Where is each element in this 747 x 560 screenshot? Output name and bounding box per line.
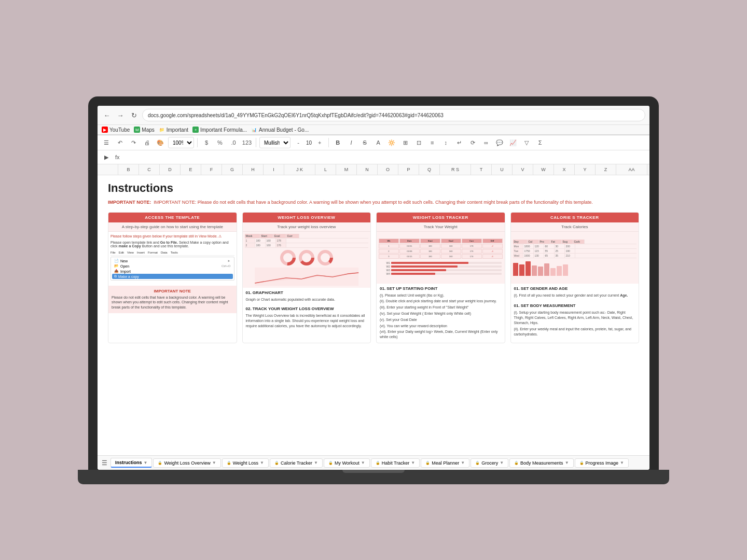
tracker-steps: (i). Please select Unit weight (lbs or K… bbox=[377, 292, 505, 343]
card-subheader-access: A step-by-step guide on how to start usi… bbox=[108, 222, 237, 232]
undo-button[interactable]: ↶ bbox=[114, 137, 126, 148]
col-f[interactable]: F bbox=[201, 164, 222, 175]
col-x[interactable]: X bbox=[554, 164, 575, 175]
percent-button[interactable]: % bbox=[214, 137, 226, 148]
address-field[interactable] bbox=[142, 109, 645, 121]
tab-mw-arrow: ▼ bbox=[361, 460, 365, 465]
font-size-decrease[interactable]: - bbox=[293, 137, 304, 148]
filter-button[interactable]: ▽ bbox=[521, 137, 532, 148]
menu-bar-mock: File Edit View Insert Format Data Tools bbox=[110, 250, 234, 256]
card-subheader-tracker: Track Your Weight bbox=[377, 222, 505, 232]
spreadsheet-content: Instructions IMPORTANT NOTE: IMPORTANT N… bbox=[98, 175, 649, 455]
tab-weight-loss[interactable]: 🔒 Weight Loss ▼ bbox=[222, 458, 269, 468]
tab-weight-loss-overview[interactable]: 🔒 Weight Loss Overview ▼ bbox=[153, 458, 220, 468]
tab-wlo-lock-icon: 🔒 bbox=[158, 461, 162, 465]
link-button[interactable]: ∞ bbox=[480, 137, 492, 148]
col-i[interactable]: I bbox=[264, 164, 284, 175]
copy-icon: ⧉ bbox=[114, 274, 117, 278]
col-p[interactable]: P bbox=[398, 164, 419, 175]
text-color-button[interactable]: A bbox=[372, 137, 384, 148]
tab-meal-planner[interactable]: 🔒 Meal Planner ▼ bbox=[421, 458, 469, 468]
card-header-overview: WEIGHT LOSS OVERVIEW bbox=[243, 213, 371, 222]
bookmark-formula[interactable]: + Important Formula... bbox=[192, 127, 247, 133]
col-w[interactable]: W bbox=[533, 164, 554, 175]
col-o[interactable]: O bbox=[378, 164, 398, 175]
tab-grocery[interactable]: 🔒 Grocery ▼ bbox=[471, 458, 508, 468]
bookmarks-bar: ▶ YouTube M Maps 📁 Important + Important… bbox=[98, 125, 649, 135]
col-d[interactable]: D bbox=[160, 164, 181, 175]
comment-button[interactable]: 💬 bbox=[494, 137, 505, 148]
col-z[interactable]: Z bbox=[596, 164, 616, 175]
font-size-increase[interactable]: + bbox=[314, 137, 325, 148]
redo-button[interactable]: ↷ bbox=[128, 137, 139, 148]
valign-button[interactable]: ↕ bbox=[440, 137, 451, 148]
wrap-button[interactable]: ↵ bbox=[453, 137, 465, 148]
zoom-select[interactable]: 100% bbox=[168, 137, 194, 148]
col-ab[interactable]: AB bbox=[647, 164, 649, 175]
menu-data: Data bbox=[161, 251, 168, 254]
merge-button[interactable]: ⊡ bbox=[413, 137, 424, 148]
font-select[interactable]: Mullish bbox=[259, 137, 290, 148]
col-t[interactable]: T bbox=[471, 164, 492, 175]
menu-insert: Insert bbox=[137, 251, 145, 254]
col-e[interactable]: E bbox=[181, 164, 201, 175]
tab-my-workout[interactable]: 🔒 My Workout ▼ bbox=[324, 458, 370, 468]
function-button[interactable]: Σ bbox=[534, 137, 546, 148]
col-rs[interactable]: R S bbox=[440, 164, 471, 175]
col-c[interactable]: C bbox=[139, 164, 160, 175]
menu-make-copy: ⧉ Make a copy bbox=[112, 274, 233, 279]
bookmark-maps[interactable]: M Maps bbox=[134, 127, 154, 133]
formula-arrow[interactable]: ▶ bbox=[101, 151, 112, 163]
menu-import: 📥 Import bbox=[112, 269, 233, 274]
col-aa[interactable]: AA bbox=[616, 164, 647, 175]
chart-button[interactable]: 📈 bbox=[507, 137, 519, 148]
tab-calorie-tracker[interactable]: 🔒 Calorie Tracker ▼ bbox=[270, 458, 323, 468]
card-subheader-overview: Track your weight loss overview bbox=[243, 222, 371, 232]
col-l[interactable]: L bbox=[315, 164, 336, 175]
currency-button[interactable]: $ bbox=[201, 137, 212, 148]
align-button[interactable]: ≡ bbox=[426, 137, 438, 148]
decimal-button[interactable]: .0 bbox=[228, 137, 239, 148]
card-preview-tracker: Wk Date Start Goal Curr Diff 1 01/01 180 bbox=[377, 232, 505, 284]
col-n[interactable]: N bbox=[357, 164, 378, 175]
forward-button[interactable]: → bbox=[115, 110, 126, 120]
col-jk[interactable]: J K bbox=[284, 164, 315, 175]
print-button[interactable]: 🖨 bbox=[141, 137, 153, 148]
col-q[interactable]: Q bbox=[419, 164, 440, 175]
tab-body-measurements[interactable]: 🔒 Body Measurements ▼ bbox=[509, 458, 573, 468]
highlight-button[interactable]: 🔆 bbox=[386, 137, 397, 148]
strikethrough-button[interactable]: S bbox=[359, 137, 370, 148]
bookmark-youtube[interactable]: ▶ YouTube bbox=[102, 127, 130, 133]
col-m[interactable]: M bbox=[336, 164, 357, 175]
borders-button[interactable]: ⊞ bbox=[399, 137, 411, 148]
italic-button[interactable]: I bbox=[345, 137, 357, 148]
bookmark-budget-label: Annual Budget - Go... bbox=[259, 127, 309, 133]
bookmark-important[interactable]: 📁 Important bbox=[159, 127, 188, 133]
bookmark-budget[interactable]: 📊 Annual Budget - Go... bbox=[251, 127, 309, 133]
menu-button[interactable]: ☰ bbox=[101, 137, 112, 148]
col-v[interactable]: V bbox=[513, 164, 533, 175]
format-button[interactable]: 123 bbox=[241, 137, 253, 148]
folder-icon: 📁 bbox=[159, 127, 165, 133]
separator-2 bbox=[256, 138, 256, 147]
youtube-icon: ▶ bbox=[102, 127, 108, 133]
tab-instructions[interactable]: Instructions ▼ bbox=[110, 458, 152, 468]
menu-format: Format bbox=[148, 251, 158, 254]
calorie-section2-title: 01. SET BODY MEASUREMENT bbox=[511, 301, 639, 309]
col-y[interactable]: Y bbox=[575, 164, 596, 175]
col-b[interactable]: B bbox=[118, 164, 139, 175]
card-preview-calorie: Day Cal Pro Fat Sug Carb M bbox=[511, 232, 639, 284]
bold-button[interactable]: B bbox=[332, 137, 343, 148]
col-h[interactable]: H bbox=[243, 164, 264, 175]
col-u[interactable]: U bbox=[492, 164, 513, 175]
tab-progress-image[interactable]: 🔒 Progress Image ▼ bbox=[575, 458, 629, 468]
tab-habit-tracker[interactable]: 🔒 Habit Tracker ▼ bbox=[371, 458, 420, 468]
sheets-menu-button[interactable]: ☰ bbox=[102, 459, 107, 467]
svg-rect-6 bbox=[255, 268, 358, 286]
col-g[interactable]: G bbox=[222, 164, 243, 175]
back-button[interactable]: ← bbox=[102, 110, 112, 120]
rotate-button[interactable]: ⟳ bbox=[467, 137, 478, 148]
tracker-mini-grid: Wk Date Start Goal Curr Diff 1 01/01 180 bbox=[379, 239, 503, 277]
refresh-button[interactable]: ↻ bbox=[129, 110, 139, 120]
paint-button[interactable]: 🎨 bbox=[155, 137, 166, 148]
